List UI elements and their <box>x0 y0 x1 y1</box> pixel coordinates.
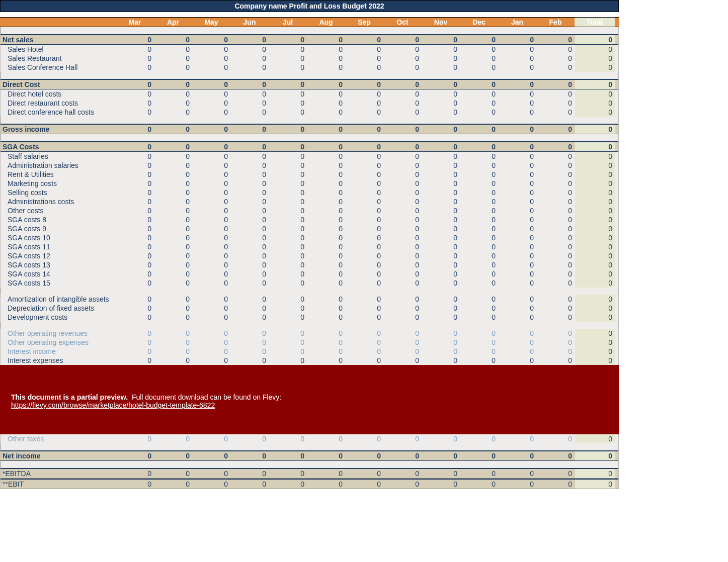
cell-value: 0 <box>499 269 537 278</box>
cell-value: 0 <box>575 480 615 489</box>
cell-value: 0 <box>537 54 575 63</box>
cell-value: 0 <box>575 242 615 251</box>
cell-value: 0 <box>307 451 346 460</box>
cell-value: 0 <box>269 260 307 269</box>
cell-value: 0 <box>575 251 615 260</box>
cell-value: 0 <box>422 469 460 478</box>
cell-value: 0 <box>575 152 615 161</box>
cell-value: 0 <box>307 278 346 288</box>
cell-value: 0 <box>269 434 307 443</box>
cell-value: 0 <box>269 35 307 44</box>
month-header-row: MarAprMayJunJulAugSepOctNovDecJanFebTota… <box>0 17 619 27</box>
data-row: Selling costs0000000000000 <box>1 188 618 197</box>
overlay-link[interactable]: https://flevy.com/browse/marketplace/hot… <box>11 401 215 409</box>
cell-value: 0 <box>116 251 154 260</box>
cell-value: 0 <box>460 45 499 54</box>
cell-value: 0 <box>269 170 307 179</box>
cell-value: 0 <box>231 125 269 134</box>
cell-value: 0 <box>116 108 154 117</box>
spacer <box>1 134 618 141</box>
cell-value: 0 <box>193 170 231 179</box>
cell-value: 0 <box>422 108 460 117</box>
cell-value: 0 <box>231 152 269 161</box>
cell-value: 0 <box>154 329 193 338</box>
cell-value: 0 <box>384 179 422 188</box>
cell-value: 0 <box>116 260 154 269</box>
cell-value: 0 <box>307 313 346 322</box>
cell-value: 0 <box>499 152 537 161</box>
col-header: Jul <box>269 18 307 27</box>
spacer <box>1 27 618 34</box>
cell-value: 0 <box>154 434 193 443</box>
cell-value: 0 <box>154 125 193 134</box>
cell-value: 0 <box>307 89 346 99</box>
cell-value: 0 <box>384 197 422 206</box>
cell-value: 0 <box>346 125 384 134</box>
row-label: Amortization of intangible assets <box>1 295 116 304</box>
cell-value: 0 <box>384 63 422 72</box>
cell-value: 0 <box>231 206 269 215</box>
cell-value: 0 <box>269 313 307 322</box>
cell-value: 0 <box>154 451 193 460</box>
cell-value: 0 <box>116 356 154 365</box>
cell-value: 0 <box>460 434 499 443</box>
cell-value: 0 <box>422 35 460 44</box>
cell-value: 0 <box>154 54 193 63</box>
cell-value: 0 <box>307 233 346 242</box>
cell-value: 0 <box>460 80 499 89</box>
section-label: Net income <box>1 451 116 460</box>
row-label: *EBITDA <box>1 469 116 478</box>
row-label: Interest income <box>1 347 116 356</box>
cell-value: 0 <box>231 434 269 443</box>
cell-value: 0 <box>346 142 384 151</box>
cell-value: 0 <box>422 152 460 161</box>
row-label: SGA costs 9 <box>1 224 116 233</box>
cell-value: 0 <box>269 451 307 460</box>
cell-value: 0 <box>307 170 346 179</box>
cell-value: 0 <box>537 251 575 260</box>
cell-value: 0 <box>193 206 231 215</box>
cell-value: 0 <box>346 469 384 478</box>
cell-value: 0 <box>499 251 537 260</box>
cell-value: 0 <box>231 338 269 347</box>
cell-value: 0 <box>231 108 269 117</box>
cell-value: 0 <box>269 89 307 99</box>
cell-value: 0 <box>460 278 499 288</box>
cell-value: 0 <box>575 35 615 44</box>
overlay-text: Full document download can be found on F… <box>130 393 281 401</box>
cell-value: 0 <box>384 142 422 151</box>
cell-value: 0 <box>231 197 269 206</box>
section-header: SGA Costs0000000000000 <box>1 141 618 152</box>
section-label: Gross income <box>1 125 116 134</box>
row-label: Development costs <box>1 313 116 322</box>
preview-overlay: This document is a partial preview. Full… <box>0 365 619 434</box>
cell-value: 0 <box>231 63 269 72</box>
cell-value: 0 <box>422 295 460 304</box>
cell-value: 0 <box>116 99 154 108</box>
cell-value: 0 <box>116 469 154 478</box>
data-row: SGA costs 140000000000000 <box>1 269 618 278</box>
cell-value: 0 <box>575 54 615 63</box>
cell-value: 0 <box>154 215 193 224</box>
cell-value: 0 <box>346 251 384 260</box>
cell-value: 0 <box>346 347 384 356</box>
cell-value: 0 <box>269 179 307 188</box>
cell-value: 0 <box>537 469 575 478</box>
cell-value: 0 <box>307 434 346 443</box>
cell-value: 0 <box>384 125 422 134</box>
cell-value: 0 <box>231 347 269 356</box>
cell-value: 0 <box>269 125 307 134</box>
cell-value: 0 <box>193 451 231 460</box>
cell-value: 0 <box>384 89 422 99</box>
data-row: Direct hotel costs0000000000000 <box>1 89 618 99</box>
cell-value: 0 <box>154 480 193 489</box>
cell-value: 0 <box>499 108 537 117</box>
cell-value: 0 <box>307 108 346 117</box>
cell-value: 0 <box>154 313 193 322</box>
cell-value: 0 <box>193 347 231 356</box>
data-row: SGA costs 130000000000000 <box>1 260 618 269</box>
cell-value: 0 <box>231 251 269 260</box>
cell-value: 0 <box>384 469 422 478</box>
cell-value: 0 <box>307 329 346 338</box>
row-label: Other operating expenses <box>1 338 116 347</box>
